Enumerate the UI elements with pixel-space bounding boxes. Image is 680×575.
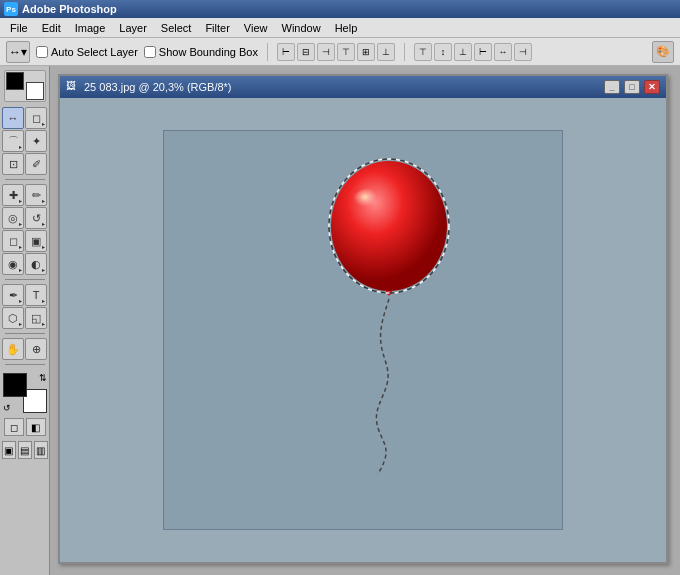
close-button[interactable]: ✕ xyxy=(644,80,660,94)
document-window: 🖼 25 083.jpg @ 20,3% (RGB/8*) _ □ ✕ xyxy=(58,74,668,564)
menu-filter[interactable]: Filter xyxy=(199,20,235,36)
distribute-icons-group: ⊤ ↕ ⊥ ⊢ ↔ ⊣ xyxy=(414,43,532,61)
show-bounding-box-label[interactable]: Show Bounding Box xyxy=(144,46,258,58)
menu-bar: File Edit Image Layer Select Filter View… xyxy=(0,18,680,38)
tool-row-8: ✒▸ T▸ xyxy=(2,284,47,306)
dist-v-icon[interactable]: ↕ xyxy=(434,43,452,61)
align-center-h-icon[interactable]: ⊟ xyxy=(297,43,315,61)
dist-bottom-icon[interactable]: ⊥ xyxy=(454,43,472,61)
clone-tool[interactable]: ◎▸ xyxy=(2,207,24,229)
foreground-color[interactable] xyxy=(3,373,27,397)
document-title: 25 083.jpg @ 20,3% (RGB/8*) xyxy=(84,81,600,93)
dist-top-icon[interactable]: ⊤ xyxy=(414,43,432,61)
minimize-button[interactable]: _ xyxy=(604,80,620,94)
dist-h-icon[interactable]: ↔ xyxy=(494,43,512,61)
canvas-area: 🖼 25 083.jpg @ 20,3% (RGB/8*) _ □ ✕ xyxy=(50,66,680,575)
tool-row-5: ◎▸ ↺▸ xyxy=(2,207,47,229)
menu-layer[interactable]: Layer xyxy=(113,20,153,36)
menu-select[interactable]: Select xyxy=(155,20,198,36)
balloon-svg xyxy=(309,154,489,474)
fg-bg-colors: ↺ ⇅ xyxy=(3,373,47,413)
tool-sep-3 xyxy=(5,333,45,334)
screen-mode-3[interactable]: ▥ xyxy=(34,441,48,459)
separator-1 xyxy=(267,43,268,61)
document-title-bar: 🖼 25 083.jpg @ 20,3% (RGB/8*) _ □ ✕ xyxy=(60,76,666,98)
main-area: ↔ ◻▸ ⌒▸ ✦ ⊡ ✐ ✚▸ ✏▸ ◎▸ ↺▸ ◻▸ ▣▸ ◉▸ ◐▸ xyxy=(0,66,680,575)
tool-foreground-bg-swatch[interactable] xyxy=(4,70,46,102)
brush-tool[interactable]: ✏▸ xyxy=(25,184,47,206)
app-title-bar: Ps Adobe Photoshop xyxy=(0,0,680,18)
svg-point-0 xyxy=(331,161,447,291)
align-top-icon[interactable]: ⊤ xyxy=(337,43,355,61)
menu-help[interactable]: Help xyxy=(329,20,364,36)
maximize-button[interactable]: □ xyxy=(624,80,640,94)
selection-tool[interactable]: ◻▸ xyxy=(25,107,47,129)
menu-file[interactable]: File xyxy=(4,20,34,36)
lasso-tool[interactable]: ⌒▸ xyxy=(2,130,24,152)
document-content xyxy=(60,98,666,562)
tool-row-10: ✋ ⊕ xyxy=(2,338,47,360)
auto-select-layer-checkbox[interactable] xyxy=(36,46,48,58)
menu-image[interactable]: Image xyxy=(69,20,112,36)
tool-row-6: ◻▸ ▣▸ xyxy=(2,230,47,252)
history-brush-tool[interactable]: ↺▸ xyxy=(25,207,47,229)
blur-tool[interactable]: ◉▸ xyxy=(2,253,24,275)
path-select-tool[interactable]: ⬡▸ xyxy=(2,307,24,329)
bg-color-swatch[interactable] xyxy=(26,82,44,100)
separator-2 xyxy=(404,43,405,61)
menu-edit[interactable]: Edit xyxy=(36,20,67,36)
zoom-tool[interactable]: ⊕ xyxy=(25,338,47,360)
align-left-icon[interactable]: ⊢ xyxy=(277,43,295,61)
crop-tool[interactable]: ⊡ xyxy=(2,153,24,175)
eraser-tool[interactable]: ◻▸ xyxy=(2,230,24,252)
eyedropper-tool[interactable]: ✐ xyxy=(25,153,47,175)
options-bar: ↔▾ Auto Select Layer Show Bounding Box ⊢… xyxy=(0,38,680,66)
dist-right-icon[interactable]: ⊣ xyxy=(514,43,532,61)
gradient-tool[interactable]: ▣▸ xyxy=(25,230,47,252)
standard-mode[interactable]: ◻ xyxy=(4,418,24,436)
shape-tool[interactable]: ◱▸ xyxy=(25,307,47,329)
tool-sep-4 xyxy=(5,364,45,365)
heal-tool[interactable]: ✚▸ xyxy=(2,184,24,206)
align-bottom-icon[interactable]: ⊥ xyxy=(377,43,395,61)
balloon-image xyxy=(309,154,489,474)
dodge-tool[interactable]: ◐▸ xyxy=(25,253,47,275)
screen-mode-2[interactable]: ▤ xyxy=(18,441,32,459)
menu-view[interactable]: View xyxy=(238,20,274,36)
swap-colors-icon[interactable]: ⇅ xyxy=(39,373,47,383)
view-mode-row: ▣ ▤ ▥ xyxy=(2,441,48,459)
tool-row-4: ✚▸ ✏▸ xyxy=(2,184,47,206)
move-tool-option[interactable]: ↔▾ xyxy=(6,41,30,63)
move-tool[interactable]: ↔ xyxy=(2,107,24,129)
tool-row-9: ⬡▸ ◱▸ xyxy=(2,307,47,329)
quick-mask-mode[interactable]: ◧ xyxy=(26,418,46,436)
image-canvas[interactable] xyxy=(163,130,563,530)
app-title: Adobe Photoshop xyxy=(22,3,117,15)
dist-left-icon[interactable]: ⊢ xyxy=(474,43,492,61)
align-center-v-icon[interactable]: ⊞ xyxy=(357,43,375,61)
text-tool[interactable]: T▸ xyxy=(25,284,47,306)
tool-sep-1 xyxy=(5,179,45,180)
hand-tool[interactable]: ✋ xyxy=(2,338,24,360)
show-bounding-box-checkbox[interactable] xyxy=(144,46,156,58)
tool-sep-2 xyxy=(5,279,45,280)
tool-row-3: ⊡ ✐ xyxy=(2,153,47,175)
reset-colors-icon[interactable]: ↺ xyxy=(3,403,11,413)
screen-mode-1[interactable]: ▣ xyxy=(2,441,16,459)
align-right-icon[interactable]: ⊣ xyxy=(317,43,335,61)
fg-color-swatch[interactable] xyxy=(6,72,24,90)
auto-select-layer-label[interactable]: Auto Select Layer xyxy=(36,46,138,58)
magic-wand-tool[interactable]: ✦ xyxy=(25,130,47,152)
pen-tool[interactable]: ✒▸ xyxy=(2,284,24,306)
toolbox: ↔ ◻▸ ⌒▸ ✦ ⊡ ✐ ✚▸ ✏▸ ◎▸ ↺▸ ◻▸ ▣▸ ◉▸ ◐▸ xyxy=(0,66,50,575)
app-icon: Ps xyxy=(4,2,18,16)
tool-row-2: ⌒▸ ✦ xyxy=(2,130,47,152)
tool-row-1: ↔ ◻▸ xyxy=(2,107,47,129)
align-icons-group: ⊢ ⊟ ⊣ ⊤ ⊞ ⊥ xyxy=(277,43,395,61)
tool-row-7: ◉▸ ◐▸ xyxy=(2,253,47,275)
svg-point-1 xyxy=(351,188,391,220)
palette-icon[interactable]: 🎨 xyxy=(652,41,674,63)
mode-row: ◻ ◧ xyxy=(4,418,46,436)
document-icon: 🖼 xyxy=(66,80,80,94)
menu-window[interactable]: Window xyxy=(276,20,327,36)
